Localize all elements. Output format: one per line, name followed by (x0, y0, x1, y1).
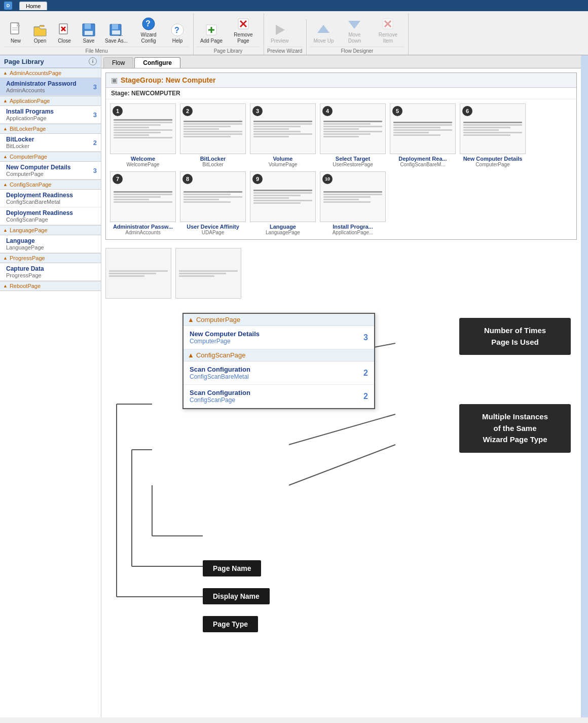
move-down-button[interactable]: Move Down (338, 14, 371, 46)
sidebar-category-language[interactable]: ▲ LanguagePage (0, 225, 101, 235)
sidebar-category-bitlocker[interactable]: ▲ BitLockerPage (0, 124, 101, 134)
open-button[interactable]: Open (28, 20, 52, 46)
svg-marker-24 (317, 25, 329, 33)
content-area: Flow Configure ▣ StageGroup: New Compute… (101, 55, 581, 717)
install-programs-type: ApplicationPage (6, 115, 93, 121)
sidebar-item-deployment-readiness-2[interactable]: Deployment Readiness ConfigScanPage (0, 207, 101, 225)
sidebar-category-progress[interactable]: ▲ ProgressPage (0, 253, 101, 263)
add-page-icon (203, 22, 219, 38)
configure-tab[interactable]: Configure (134, 57, 180, 68)
zoom-new-computer-count: 3 (363, 333, 368, 342)
sidebar-category-reboot[interactable]: ▲ RebootPage (0, 281, 101, 291)
save-as-button[interactable]: ... Save As... (101, 20, 131, 46)
remove-page-button[interactable]: Remove Page (227, 14, 260, 46)
zoom-popup-item-scan-config-1[interactable]: Scan Configuration ConfigScanBareMetal 2 (183, 362, 374, 385)
ribbon-group-file: New Open Close (2, 13, 194, 55)
language-category-label: LanguagePage (10, 227, 48, 233)
sidebar-item-new-computer-details[interactable]: New Computer Details ComputerPage 3 (0, 162, 101, 179)
title-bar: D Home (0, 0, 588, 11)
zoom-popup-category-configscan: ▲ ConfigScanPage (183, 349, 374, 362)
application-category-label: ApplicationPage (10, 98, 50, 104)
svg-line-39 (289, 445, 395, 485)
stage-label: Stage: NEWCOMPUTER (106, 88, 576, 99)
remove-item-button[interactable]: Remove Item (372, 14, 404, 46)
ribbon-group-page-library: Add Page Remove Page Page Library (195, 13, 264, 55)
page-thumb-bitlocker[interactable]: 2 BitLocker BitLocker (180, 103, 246, 167)
new-icon (8, 22, 24, 38)
sidebar-item-administrator-password[interactable]: Administrator Password AdminAccounts 3 (0, 78, 101, 96)
move-down-label: Move Down (342, 32, 367, 44)
flow-tab[interactable]: Flow (103, 57, 133, 68)
configscan-category-label: ConfigScanPage (10, 182, 52, 188)
sidebar-item-install-programs[interactable]: Install Programs ApplicationPage 3 (0, 106, 101, 124)
progress-category-label: ProgressPage (10, 255, 45, 261)
page-thumb-welcome[interactable]: 1 Welcome WelcomePage (110, 103, 176, 167)
deployment-readiness-1-name: Deployment Readiness (6, 192, 97, 199)
page-thumb-install-programs[interactable]: 10 Install Progra... ApplicationPage... (320, 171, 386, 235)
deployment-readiness-2-type: ConfigScanPage (6, 216, 97, 223)
zoom-new-computer-type: ComputerPage (190, 338, 260, 345)
zoom-configscan-category-label: ConfigScanPage (196, 351, 246, 359)
zoom-scan-config-1-count: 2 (363, 369, 368, 378)
sidebar-category-computer[interactable]: ▲ ComputerPage (0, 152, 101, 162)
chevron-down-icon-7: ▲ (3, 256, 8, 261)
sidebar-category-admin-accounts[interactable]: ▲ AdminAccountsPage (0, 68, 101, 78)
help-button[interactable]: ? Help (166, 20, 189, 46)
annotation-display-name: Display Name (203, 588, 270, 604)
help-label: Help (172, 38, 183, 44)
page-thumb-extra-1[interactable] (105, 248, 171, 299)
preview-button[interactable]: Preview (267, 20, 292, 46)
sidebar-item-capture-data[interactable]: Capture Data ProgressPage (0, 263, 101, 281)
sidebar-item-deployment-readiness-1[interactable]: Deployment Readiness ConfigScanBareMetal (0, 190, 101, 207)
sidebar-category-configscan[interactable]: ▲ ConfigScanPage (0, 179, 101, 190)
annotation-page-name: Page Name (203, 560, 261, 576)
chevron-down-icon-4: ▲ (3, 154, 8, 159)
sidebar-item-language[interactable]: Language LanguagePage (0, 235, 101, 253)
new-button[interactable]: New (4, 20, 27, 46)
zoom-popup-item-scan-config-2[interactable]: Scan Configuration ConfigScanPage 2 (183, 385, 374, 408)
close-button[interactable]: Close (53, 20, 76, 46)
sidebar-category-application[interactable]: ▲ ApplicationPage (0, 96, 101, 106)
page-thumb-select-target[interactable]: 4 Select Target UserRestorePage (320, 103, 386, 167)
new-computer-count: 3 (93, 167, 97, 174)
collapse-icon[interactable]: ▣ (111, 76, 118, 84)
page-thumb-user-device-affinity[interactable]: 8 User Device Affinity UDAPage (180, 171, 246, 235)
bitlocker-type: BitLocker (6, 143, 93, 149)
move-up-icon (315, 22, 332, 38)
page-thumb-extra-2[interactable] (175, 248, 241, 299)
save-button[interactable]: Save (77, 20, 100, 46)
move-up-button[interactable]: Move Up (310, 20, 337, 46)
preview-group-label: Preview Wizard (267, 47, 302, 54)
page-thumb-new-computer-details[interactable]: 6 New Computer Details ComputerPage (460, 103, 526, 167)
pages-grid-2 (101, 244, 581, 303)
chevron-down-icon-3: ▲ (3, 126, 8, 131)
wizard-config-button[interactable]: ? Wizard Config (132, 14, 165, 46)
page-thumb-deployment-readiness[interactable]: 5 Deployment Rea... ConfigScanBareM... (390, 103, 456, 167)
chevron-down-icon-2: ▲ (3, 98, 8, 103)
move-down-icon (346, 16, 362, 32)
wizard-config-icon: ? (140, 16, 157, 32)
info-icon[interactable]: i (89, 57, 97, 65)
ribbon: New Open Close (0, 11, 588, 55)
page-thumb-language[interactable]: 9 Language LanguagePage (250, 171, 316, 235)
page-thumb-volume[interactable]: 3 Volume VolumePage (250, 103, 316, 167)
svg-line-38 (289, 414, 395, 445)
sidebar-title: Page Library (4, 58, 44, 65)
chevron-down-icon: ▲ (3, 70, 8, 76)
zoom-scan-config-2-name: Scan Configuration (190, 389, 250, 396)
language-type: LanguagePage (6, 244, 97, 250)
svg-marker-25 (348, 21, 360, 29)
add-page-button[interactable]: Add Page (197, 20, 226, 46)
page-thumb-admin-password[interactable]: 7 Administrator Passw... AdminAccounts (110, 171, 176, 235)
remove-page-icon (235, 16, 251, 32)
chevron-down-icon-5: ▲ (3, 182, 8, 187)
annotation-page-type: Page Type (203, 616, 258, 632)
zoom-popup-item-new-computer[interactable]: New Computer Details ComputerPage 3 (183, 326, 374, 349)
admin-password-count: 3 (93, 83, 97, 91)
sidebar-item-bitlocker[interactable]: BitLocker BitLocker 2 (0, 134, 101, 152)
language-name: Language (6, 237, 97, 244)
svg-text:?: ? (174, 26, 179, 34)
ribbon-group-preview: Preview Preview Wizard (265, 19, 307, 55)
annotation-area: ▲ ComputerPage New Computer Details Comp… (101, 303, 581, 647)
home-tab[interactable]: Home (19, 2, 47, 10)
